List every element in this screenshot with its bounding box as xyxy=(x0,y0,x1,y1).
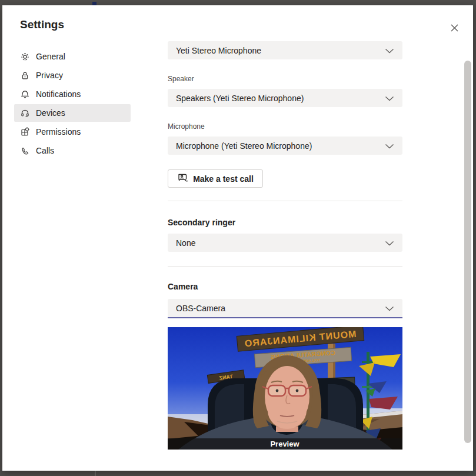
sidebar-item-label: Calls xyxy=(36,146,54,155)
secondary-ringer-label: Secondary ringer xyxy=(168,218,235,227)
camera-dropdown[interactable]: OBS-Camera xyxy=(168,299,402,317)
chevron-down-icon xyxy=(385,304,394,313)
chevron-down-icon xyxy=(385,46,394,55)
sidebar-item-notifications[interactable]: Notifications xyxy=(14,85,131,103)
microphone-value: Microphone (Yeti Stereo Microphone) xyxy=(176,141,385,151)
section-divider xyxy=(168,201,402,201)
chevron-down-icon xyxy=(385,238,394,248)
microphone-label: Microphone xyxy=(168,122,205,131)
sidebar-item-label: Permissions xyxy=(36,127,81,137)
close-button[interactable] xyxy=(445,19,464,38)
lock-icon xyxy=(20,71,30,81)
preview-caption: Preview xyxy=(270,440,299,448)
sidebar-item-privacy[interactable]: Privacy xyxy=(14,66,131,84)
permissions-grid-icon xyxy=(20,127,30,137)
section-divider xyxy=(168,266,402,267)
audio-device-dropdown[interactable]: Yeti Stereo Microphone xyxy=(168,41,402,59)
secondary-ringer-value: None xyxy=(176,238,385,248)
sidebar-item-label: Privacy xyxy=(36,71,63,80)
chevron-down-icon xyxy=(385,94,394,103)
headset-icon xyxy=(20,108,30,118)
sidebar-item-calls[interactable]: Calls xyxy=(14,142,131,159)
phone-icon xyxy=(20,146,30,156)
chevron-down-icon xyxy=(385,141,394,151)
speaker-dropdown[interactable]: Speakers (Yeti Stereo Microphone) xyxy=(168,89,402,107)
sidebar-item-devices[interactable]: Devices xyxy=(14,104,131,122)
settings-dialog: Settings General Privacy xyxy=(2,5,473,471)
sidebar-item-label: Notifications xyxy=(36,89,81,99)
sidebar-item-label: Devices xyxy=(36,108,65,118)
close-icon xyxy=(450,24,459,34)
settings-sidebar: General Privacy Notifications Devices xyxy=(14,48,131,161)
test-call-label: Make a test call xyxy=(193,174,254,184)
camera-value: OBS-Camera xyxy=(176,304,385,313)
speaker-value: Speakers (Yeti Stereo Microphone) xyxy=(176,94,385,103)
microphone-dropdown[interactable]: Microphone (Yeti Stereo Microphone) xyxy=(168,137,402,155)
sidebar-item-permissions[interactable]: Permissions xyxy=(14,123,131,141)
audio-device-value: Yeti Stereo Microphone xyxy=(176,46,385,55)
bell-icon xyxy=(20,89,30,99)
gear-icon xyxy=(20,52,30,62)
window-frame-divider xyxy=(95,471,96,476)
speaker-label: Speaker xyxy=(168,75,194,83)
sidebar-item-general[interactable]: General xyxy=(14,48,131,65)
camera-preview: MOUNT KILIMANJARO CONGRATULATIONS YOU AR… xyxy=(168,327,402,450)
sidebar-item-label: General xyxy=(36,52,65,61)
page-title: Settings xyxy=(20,18,64,31)
scrollbar-thumb[interactable] xyxy=(464,61,471,443)
make-test-call-button[interactable]: Make a test call xyxy=(168,169,263,188)
secondary-ringer-dropdown[interactable]: None xyxy=(168,234,402,252)
camera-label: Camera xyxy=(168,282,198,291)
test-call-icon xyxy=(177,173,188,185)
